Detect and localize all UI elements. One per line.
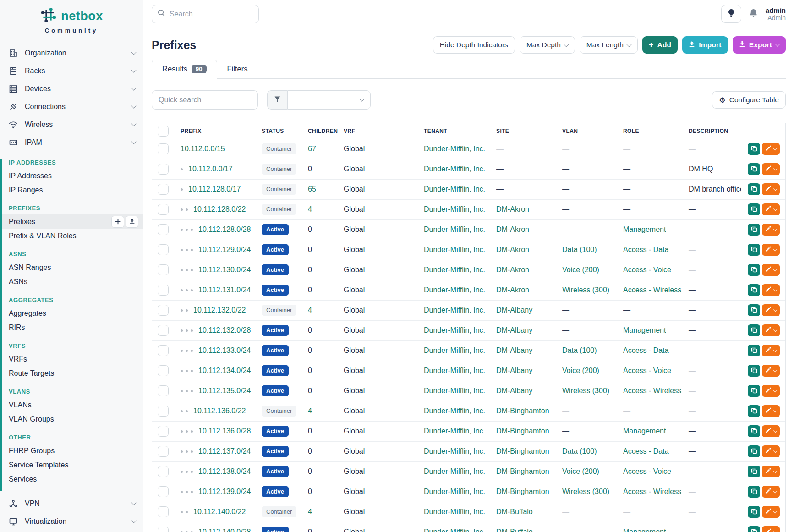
edit-button[interactable]: [762, 385, 780, 397]
tenant-link[interactable]: Dunder-Mifflin, Inc.: [424, 508, 485, 516]
role-link[interactable]: Access - Data: [623, 447, 669, 455]
clone-button[interactable]: [748, 224, 760, 236]
site-link[interactable]: DM-Buffalo: [496, 508, 533, 516]
sidebar-item-organization[interactable]: Organization: [0, 44, 143, 62]
prefix-link[interactable]: 10.112.128.0/28: [198, 225, 251, 233]
sidebar-item-service-templates[interactable]: Service Templates: [2, 458, 143, 472]
clone-button[interactable]: [748, 304, 760, 316]
prefix-link[interactable]: 10.112.130.0/24: [198, 266, 251, 274]
row-checkbox[interactable]: [158, 143, 169, 154]
prefix-link[interactable]: 10.112.0.0/17: [188, 165, 233, 173]
clone-button[interactable]: [748, 385, 760, 397]
children-count-link[interactable]: 67: [308, 145, 316, 153]
site-link[interactable]: DM-Albany: [496, 387, 532, 395]
sidebar-item-ip-addresses[interactable]: IP Addresses: [2, 169, 143, 183]
edit-button[interactable]: [762, 425, 780, 437]
prefix-link[interactable]: 10.112.133.0/24: [198, 346, 251, 354]
site-link[interactable]: DM-Albany: [496, 306, 532, 314]
max-depth-dropdown[interactable]: Max Depth: [520, 36, 575, 54]
prefix-link[interactable]: 10.112.137.0/24: [198, 447, 251, 455]
sidebar-item-rirs[interactable]: RIRs: [2, 320, 143, 335]
sidebar-item-vpn[interactable]: VPN: [0, 494, 143, 512]
prefix-link[interactable]: 10.112.140.0/22: [193, 508, 246, 516]
edit-button[interactable]: [762, 445, 780, 457]
clone-button[interactable]: [748, 324, 760, 336]
sidebar-item-wireless[interactable]: Wireless: [0, 115, 143, 133]
children-count-link[interactable]: 4: [308, 407, 312, 415]
sidebar-item-ip-ranges[interactable]: IP Ranges: [2, 183, 143, 197]
column-header-role[interactable]: ROLE: [618, 123, 683, 139]
row-checkbox[interactable]: [158, 486, 169, 497]
sidebar-item-connections[interactable]: Connections: [0, 98, 143, 115]
configure-table-button[interactable]: ⚙ Configure Table: [712, 91, 786, 109]
site-link[interactable]: DM-Albany: [496, 326, 532, 334]
prefix-link[interactable]: 10.112.134.0/24: [198, 367, 251, 374]
sidebar-item-prefixes[interactable]: Prefixes: [2, 214, 143, 229]
row-checkbox[interactable]: [158, 224, 169, 235]
import-prefix-button[interactable]: [126, 216, 138, 228]
site-link[interactable]: DM-Binghamton: [496, 488, 549, 495]
vlan-link[interactable]: Wireless (300): [562, 387, 609, 395]
saved-filter-select[interactable]: [287, 90, 371, 110]
clone-button[interactable]: [748, 163, 760, 175]
tenant-link[interactable]: Dunder-Mifflin, Inc.: [424, 205, 485, 213]
tenant-link[interactable]: Dunder-Mifflin, Inc.: [424, 286, 485, 294]
row-checkbox[interactable]: [158, 285, 169, 296]
vlan-link[interactable]: Voice (200): [562, 266, 599, 274]
vlan-link[interactable]: Voice (200): [562, 467, 599, 475]
clone-button[interactable]: [748, 466, 760, 477]
column-header-description[interactable]: DESCRIPTION: [683, 123, 741, 139]
clone-button[interactable]: [748, 345, 760, 356]
tenant-link[interactable]: Dunder-Mifflin, Inc.: [424, 346, 485, 354]
edit-button[interactable]: [762, 284, 780, 296]
global-search-input[interactable]: [170, 10, 253, 18]
site-link[interactable]: DM-Binghamton: [496, 427, 549, 435]
prefix-link[interactable]: 10.112.128.0/22: [193, 205, 246, 213]
site-link[interactable]: DM-Akron: [496, 225, 529, 233]
prefix-link[interactable]: 10.112.132.0/22: [193, 306, 246, 314]
vlan-link[interactable]: Wireless (300): [562, 286, 609, 294]
clone-button[interactable]: [748, 486, 760, 498]
select-all-checkbox[interactable]: [158, 126, 169, 137]
clone-button[interactable]: [748, 425, 760, 437]
row-checkbox[interactable]: [158, 345, 169, 356]
sidebar-item-aggregates[interactable]: Aggregates: [2, 306, 143, 320]
row-checkbox[interactable]: [158, 466, 169, 477]
sidebar-item-virtualization[interactable]: Virtualization: [0, 512, 143, 530]
row-checkbox[interactable]: [158, 204, 169, 215]
site-link[interactable]: DM-Akron: [496, 246, 529, 253]
site-link[interactable]: DM-Buffalo: [496, 528, 533, 532]
column-header-vrf[interactable]: VRF: [338, 123, 418, 139]
site-link[interactable]: DM-Akron: [496, 266, 529, 274]
edit-button[interactable]: [762, 526, 780, 532]
clone-button[interactable]: [748, 445, 760, 457]
site-link[interactable]: DM-Binghamton: [496, 407, 549, 415]
tenant-link[interactable]: Dunder-Mifflin, Inc.: [424, 528, 485, 532]
clone-button[interactable]: [748, 143, 760, 155]
prefix-link[interactable]: 10.112.140.0/28: [198, 528, 251, 532]
edit-button[interactable]: [762, 264, 780, 276]
sidebar-item-ipam[interactable]: IPAM: [0, 133, 143, 151]
tenant-link[interactable]: Dunder-Mifflin, Inc.: [424, 488, 485, 495]
edit-button[interactable]: [762, 486, 780, 498]
children-count-link[interactable]: 4: [308, 306, 312, 314]
site-link[interactable]: DM-Akron: [496, 205, 529, 213]
import-button[interactable]: Import: [682, 36, 728, 54]
site-link[interactable]: DM-Akron: [496, 286, 529, 294]
role-link[interactable]: Management: [623, 427, 666, 435]
tenant-link[interactable]: Dunder-Mifflin, Inc.: [424, 407, 485, 415]
sidebar-item-prefix-and-vlan-roles[interactable]: Prefix & VLAN Roles: [2, 229, 143, 243]
row-checkbox[interactable]: [158, 184, 169, 195]
row-checkbox[interactable]: [158, 446, 169, 457]
row-checkbox[interactable]: [158, 325, 169, 336]
clone-button[interactable]: [748, 405, 760, 417]
row-checkbox[interactable]: [158, 305, 169, 316]
column-header-vlan[interactable]: VLAN: [557, 123, 618, 139]
tenant-link[interactable]: Dunder-Mifflin, Inc.: [424, 326, 485, 334]
clone-button[interactable]: [748, 244, 760, 256]
tab-results[interactable]: Results 90: [152, 60, 217, 79]
add-button[interactable]: + Add: [642, 36, 678, 54]
vlan-link[interactable]: Data (100): [562, 447, 597, 455]
row-checkbox[interactable]: [158, 244, 169, 255]
role-link[interactable]: Access - Wireless: [623, 387, 681, 395]
